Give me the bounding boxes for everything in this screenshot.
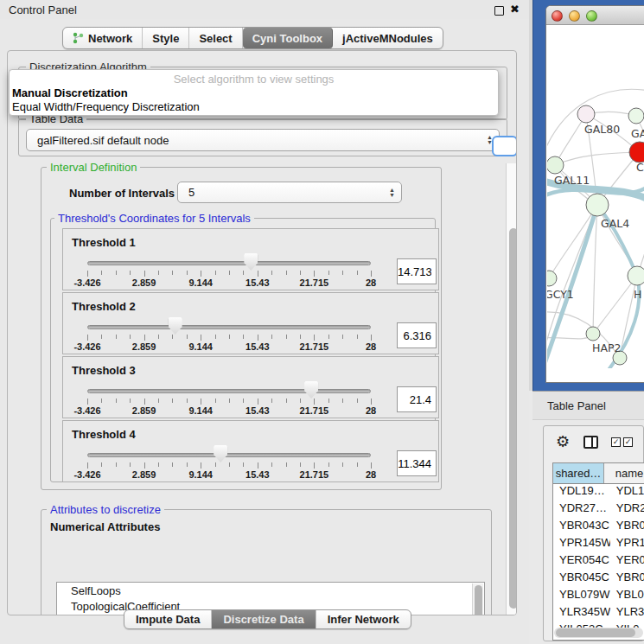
network-node[interactable]: [628, 108, 644, 124]
threshold-value-field[interactable]: [397, 322, 437, 348]
slider-tick: [187, 462, 188, 467]
slider-tick: [130, 271, 131, 275]
slider-track[interactable]: [87, 325, 371, 329]
close-icon[interactable]: ✖: [510, 3, 520, 16]
table-cell: YBL0: [610, 588, 644, 605]
table-row[interactable]: YBR043CYBR0: [553, 519, 644, 536]
slider-tick: [342, 462, 343, 467]
network-node[interactable]: [586, 194, 609, 216]
tab-cyni-toolbox[interactable]: Cyni Toolbox: [243, 28, 333, 48]
network-node[interactable]: [586, 327, 600, 341]
slider-tick: [357, 399, 358, 403]
top-tab-bar: NetworkStyleSelectCyni ToolboxjActiveMNo…: [62, 27, 443, 49]
slider-tick: [328, 462, 329, 467]
scrollbar-thumb[interactable]: [556, 628, 635, 637]
checkbox-icon[interactable]: ✓: [623, 437, 633, 447]
slider-thumb[interactable]: [169, 317, 182, 335]
number-of-intervals-combo[interactable]: 5 ▲▼: [177, 182, 402, 203]
slider-tick-label: 28: [345, 405, 397, 416]
gear-icon[interactable]: ⚙: [556, 432, 570, 451]
settings-scrollbar[interactable]: [506, 163, 517, 615]
threshold-value-field[interactable]: [397, 258, 437, 284]
attribute-item[interactable]: SelfLoops: [57, 583, 484, 598]
threshold-label: Threshold 4: [72, 428, 136, 441]
network-node[interactable]: [547, 271, 557, 286]
tab-discretize-data[interactable]: Discretize Data: [212, 610, 316, 628]
tab-jactivemnodules[interactable]: jActiveMNodules: [333, 28, 443, 48]
threshold-value-field[interactable]: [397, 386, 437, 412]
columns-icon[interactable]: [583, 436, 598, 449]
algorithm-option[interactable]: Manual Discretization: [12, 86, 128, 99]
numerical-attributes-header: Numerical Attributes: [50, 520, 160, 533]
network-window-titlebar[interactable]: [546, 6, 644, 25]
network-edge: [555, 152, 640, 165]
threshold-value-field[interactable]: [397, 450, 437, 476]
number-of-intervals-value: 5: [188, 186, 194, 199]
slider-thumb[interactable]: [304, 381, 318, 399]
slider-tick-label: 28: [345, 469, 397, 480]
slider-tick: [201, 271, 201, 277]
slider-thumb[interactable]: [214, 445, 227, 462]
interval-definition-label: Interval Definition: [47, 161, 140, 174]
slider-tick-label: 28: [345, 277, 397, 288]
zoom-traffic-icon[interactable]: [586, 10, 597, 22]
slider-thumb[interactable]: [244, 253, 258, 271]
slider-tick: [258, 335, 258, 341]
checkbox-icon[interactable]: ✓: [611, 437, 621, 447]
network-canvas[interactable]: GAL80GACGAL11GAL4GCY1HHAP2: [547, 25, 644, 368]
slider-track[interactable]: [87, 261, 371, 265]
slider-tick: [300, 462, 301, 467]
number-of-intervals-label: Number of Intervals: [69, 187, 175, 200]
table-row[interactable]: YDL19…YDL1: [553, 484, 644, 501]
slider-tick: [286, 335, 287, 339]
network-node-label: GAL11: [554, 174, 590, 187]
table-row[interactable]: YPR145WYPR1: [553, 536, 644, 553]
table-header-cell[interactable]: shared…: [553, 463, 604, 483]
scrollbar-thumb[interactable]: [509, 228, 517, 609]
table-header-cell[interactable]: name: [604, 463, 644, 483]
tab-style[interactable]: Style: [143, 28, 189, 48]
slider-track[interactable]: [87, 453, 371, 457]
slider-tick: [187, 271, 188, 275]
minimize-traffic-icon[interactable]: [569, 10, 580, 22]
slider-track[interactable]: [87, 389, 371, 393]
slider-tick: [187, 399, 188, 403]
slider-tick: [371, 335, 372, 341]
table-row[interactable]: YBR045CYBR0: [553, 571, 644, 588]
slider-tick: [101, 271, 102, 275]
tab-network[interactable]: Network: [63, 28, 143, 48]
slider-tick: [286, 271, 287, 275]
algorithm-option[interactable]: Equal Width/Frequency Discretization: [12, 100, 200, 113]
table-cell: YPR145W: [553, 536, 610, 553]
table-row[interactable]: YDR27…YDR2: [553, 501, 644, 519]
table-horizontal-scrollbar[interactable]: [554, 628, 643, 638]
network-node[interactable]: [628, 266, 644, 285]
network-node[interactable]: [577, 105, 595, 123]
tab-select[interactable]: Select: [189, 28, 242, 48]
slider-tick: [271, 399, 272, 403]
float-window-icon[interactable]: [494, 6, 504, 16]
table-data-combo-value: galFiltered.sif default node: [37, 134, 169, 147]
slider-tick: [243, 271, 244, 275]
scrollbar-thumb[interactable]: [475, 585, 482, 615]
tab-impute-data[interactable]: Impute Data: [124, 610, 212, 628]
slider-tick: [314, 271, 315, 277]
attributes-scrollbar[interactable]: [472, 583, 483, 615]
slider-tick: [243, 335, 244, 339]
slider-tick-label: 15.43: [232, 341, 284, 352]
slider-tick-label: 2.859: [118, 469, 170, 480]
slider-tick-label: 2.859: [118, 341, 170, 352]
close-traffic-icon[interactable]: [552, 10, 563, 22]
table-row[interactable]: YER054CYER0: [553, 553, 644, 571]
algorithm-combo-focus-ring[interactable]: [492, 136, 517, 156]
table-cell: YBR043C: [553, 519, 610, 536]
table-row[interactable]: YLR345WYLR3: [553, 605, 644, 622]
slider-tick: [271, 462, 272, 467]
slider-tick: [158, 335, 159, 339]
table-row[interactable]: YBL079WYBL0: [553, 588, 644, 605]
network-node[interactable]: [547, 156, 564, 174]
slider-tick: [229, 335, 230, 339]
table-data-combo[interactable]: galFiltered.sif default node ▲▼: [26, 129, 500, 151]
tab-infer-network[interactable]: Infer Network: [316, 610, 411, 628]
combo-stepper-icon: ▲▼: [389, 182, 395, 202]
